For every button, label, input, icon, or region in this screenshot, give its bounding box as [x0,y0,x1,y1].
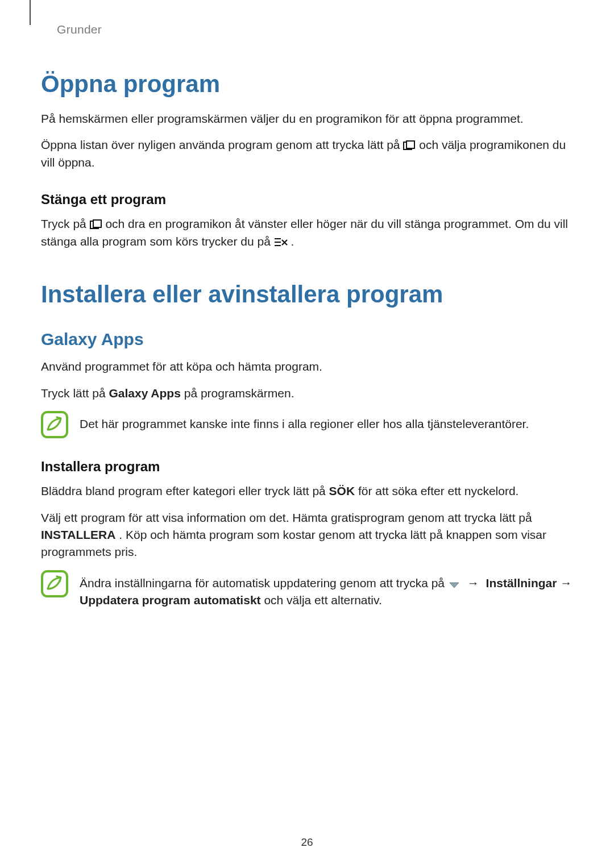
note-icon [41,570,68,597]
para-install-2: Välj ett program för att visa informatio… [41,509,573,561]
para-open-1: På hemskärmen eller programskärmen välje… [41,110,573,127]
para-open-2: Öppna listan över nyligen använda progra… [41,136,573,171]
para-close-c: . [291,235,294,248]
note-icon [41,411,68,438]
para-install-1a: Bläddra bland program efter kategori ell… [41,484,329,497]
heading-close-program: Stänga ett program [41,192,573,207]
svg-rect-9 [42,412,67,437]
para-open-2a: Öppna listan över nyligen använda progra… [41,138,403,151]
para-install-1b: för att söka efter ett nyckelord. [358,484,518,497]
para-install-2b: . Köp och hämta program som kostar genom… [41,528,546,558]
para-close: Tryck på och dra en programikon åt vänst… [41,215,573,250]
note-availability-text: Det här programmet kanske inte finns i a… [80,411,573,433]
text-search-bold: SÖK [329,484,355,497]
para-close-a: Tryck på [41,217,90,230]
para-galaxy-2a: Tryck lätt på [41,387,109,400]
para-close-b: och dra en programikon åt vänster eller … [41,217,568,247]
recent-apps-icon [403,140,416,151]
note-autoupdate-text: Ändra inställningarna för automatisk upp… [80,570,573,609]
note-availability: Det här programmet kanske inte finns i a… [41,411,573,438]
close-all-icon [274,237,288,247]
note-arrow-mid: → [560,576,572,589]
header-rule [30,0,31,25]
heading-galaxy-apps: Galaxy Apps [41,330,573,349]
page-number: 26 [0,836,614,849]
para-galaxy-1: Använd programmet för att köpa och hämta… [41,358,573,375]
recent-apps-icon [90,219,102,230]
note-autoupdate: Ändra inställningarna för automatisk upp… [41,570,573,609]
svg-rect-10 [42,571,67,596]
heading-install-programs: Installera program [41,459,573,475]
svg-rect-3 [93,220,101,227]
page-content: Grunder Öppna program På hemskärmen elle… [0,0,614,609]
heading-open-programs: Öppna program [41,70,573,98]
svg-rect-1 [406,141,414,148]
heading-install-uninstall: Installera eller avinstallera program [41,281,573,308]
para-galaxy-2: Tryck lätt på Galaxy Apps på programskär… [41,385,573,402]
text-autoupdate-bold: Uppdatera program automatiskt [80,593,261,607]
para-galaxy-2b: på programskärmen. [184,387,294,400]
svg-marker-11 [450,583,459,588]
arrow-icon: → [467,576,479,589]
text-galaxy-apps-bold: Galaxy Apps [109,387,180,400]
breadcrumb: Grunder [57,23,573,36]
note-autoupdate-a: Ändra inställningarna för automatisk upp… [80,576,448,589]
dropdown-caret-icon [448,581,460,589]
text-settings-bold: Inställningar [486,576,557,589]
note-autoupdate-b: och välja ett alternativ. [264,593,381,607]
para-install-2a: Välj ett program för att visa informatio… [41,511,532,524]
para-install-1: Bläddra bland program efter kategori ell… [41,483,573,500]
text-install-bold: INSTALLERA [41,528,115,541]
